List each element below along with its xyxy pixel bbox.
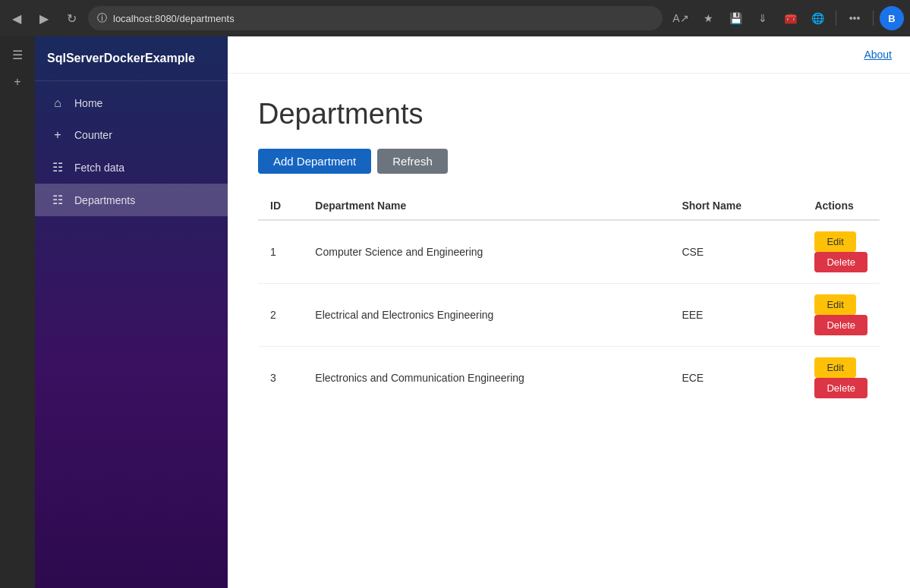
about-link[interactable]: About [864, 49, 892, 61]
browser-titlebar: ◀ ▶ ↻ ⓘ localhost:8080/departments A↗ ★ … [0, 0, 910, 36]
col-header-name: Department Name [303, 192, 669, 220]
nav-label-departments: Departments [74, 194, 135, 206]
col-header-short: Short Name [669, 192, 802, 220]
main-content: About Departments Add Department Refresh… [228, 36, 910, 588]
cell-short-name: EEE [669, 284, 802, 347]
cell-name: Electronics and Communication Engineerin… [303, 347, 669, 410]
col-header-id: ID [258, 192, 303, 220]
cell-actions: Edit Delete [802, 220, 880, 284]
separator [836, 11, 836, 26]
col-header-actions: Actions [802, 192, 880, 220]
add-department-button[interactable]: Add Department [258, 149, 371, 174]
nav-label-counter: Counter [74, 129, 112, 141]
forward-button[interactable]: ▶ [33, 8, 55, 29]
refresh-button[interactable]: Refresh [377, 149, 448, 174]
action-bar: Add Department Refresh [258, 149, 880, 174]
cell-actions: Edit Delete [802, 284, 880, 347]
delete-button[interactable]: Delete [814, 378, 867, 398]
address-bar[interactable]: ⓘ localhost:8080/departments [88, 6, 663, 30]
home-icon: ⌂ [50, 96, 65, 110]
lock-icon: ⓘ [97, 11, 107, 25]
nav-item-home[interactable]: ⌂ Home [35, 87, 228, 119]
url-text: localhost:8080/departments [113, 13, 235, 24]
plus-icon: + [50, 128, 65, 142]
cell-id: 3 [258, 347, 303, 410]
main-body: Departments Add Department Refresh ID De… [228, 74, 910, 588]
browser-sidebar: ☰ + [0, 36, 35, 588]
nav-item-departments[interactable]: ☷ Departments [35, 184, 228, 216]
nav-item-fetch[interactable]: ☷ Fetch data [35, 151, 228, 184]
nav-item-counter[interactable]: + Counter [35, 119, 228, 151]
table-header-row: ID Department Name Short Name Actions [258, 192, 880, 220]
cell-actions: Edit Delete [802, 347, 880, 410]
table-row: 3 Electronics and Communication Engineer… [258, 347, 880, 410]
table-row: 2 Electrical and Electronics Engineering… [258, 284, 880, 347]
separator2 [873, 11, 874, 26]
cell-id: 1 [258, 220, 303, 284]
new-tab-button[interactable]: + [5, 70, 30, 94]
cell-name: Electrical and Electronics Engineering [303, 284, 669, 347]
departments-table: ID Department Name Short Name Actions 1 … [258, 192, 880, 409]
departments-icon: ☷ [50, 193, 65, 207]
nav-label-fetch: Fetch data [74, 162, 124, 174]
table-row: 1 Computer Science and Engineering CSE E… [258, 220, 880, 284]
cell-short-name: ECE [669, 347, 802, 410]
delete-button[interactable]: Delete [814, 315, 867, 335]
list-icon: ☷ [50, 160, 65, 175]
cell-short-name: CSE [669, 220, 802, 284]
favorites-icon[interactable]: ★ [696, 6, 720, 30]
main-header: About [228, 36, 910, 74]
cell-id: 2 [258, 284, 303, 347]
edit-button[interactable]: Edit [814, 231, 855, 252]
read-aloud-icon[interactable]: A↗ [669, 6, 693, 30]
edit-button[interactable]: Edit [814, 357, 855, 378]
cell-name: Computer Science and Engineering [303, 220, 669, 284]
nav-label-home: Home [74, 97, 102, 109]
browser-toolbar: A↗ ★ 💾 ⇓ 🧰 🌐 ••• B [669, 6, 904, 30]
bing-button[interactable]: B [880, 6, 904, 30]
tabs-button[interactable]: ☰ [5, 42, 30, 67]
app-brand: SqlServerDockerExample [35, 36, 228, 81]
app-container: ☰ + SqlServerDockerExample ⌂ Home + Coun… [0, 36, 910, 588]
app-sidebar: SqlServerDockerExample ⌂ Home + Counter … [35, 36, 228, 588]
browser-frame: ◀ ▶ ↻ ⓘ localhost:8080/departments A↗ ★ … [0, 0, 910, 588]
collections-icon[interactable]: 💾 [723, 6, 748, 30]
edit-button[interactable]: Edit [814, 294, 855, 315]
refresh-nav-button[interactable]: ↻ [61, 8, 82, 29]
extensions-icon[interactable]: 🧰 [778, 6, 802, 30]
download-icon[interactable]: ⇓ [751, 6, 775, 30]
back-button[interactable]: ◀ [6, 8, 27, 29]
delete-button[interactable]: Delete [814, 252, 867, 272]
more-button[interactable]: ••• [842, 6, 867, 30]
page-title: Departments [258, 98, 880, 130]
profile-icon[interactable]: 🌐 [805, 6, 830, 30]
nav-menu: ⌂ Home + Counter ☷ Fetch data ☷ Departme… [35, 81, 228, 222]
